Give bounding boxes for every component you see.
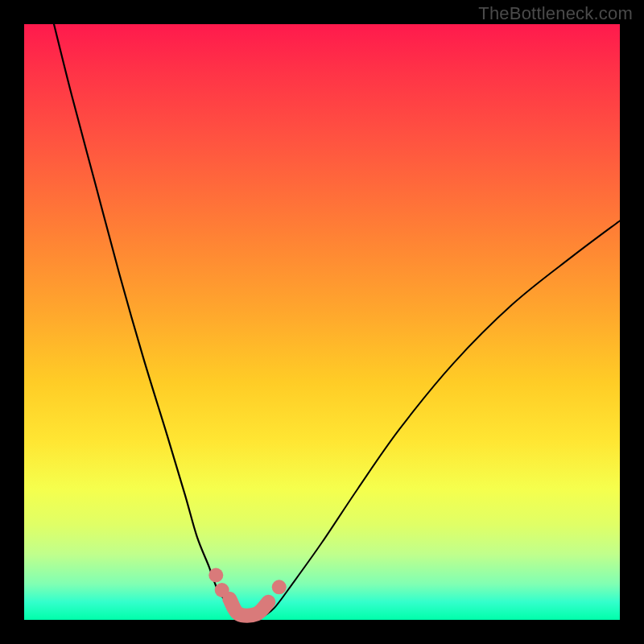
left-curve: [54, 24, 245, 617]
chart-frame: TheBottleneck.com: [0, 0, 644, 644]
pink-dot-right: [272, 580, 287, 594]
pink-dot-left-upper: [208, 568, 223, 583]
plot-area: [24, 24, 620, 620]
pink-dot-left-lower: [215, 583, 229, 597]
watermark-text: TheBottleneck.com: [478, 3, 633, 24]
pink-bottom-u-marker: [229, 599, 268, 616]
chart-svg: [24, 24, 620, 620]
right-curve: [262, 221, 620, 617]
